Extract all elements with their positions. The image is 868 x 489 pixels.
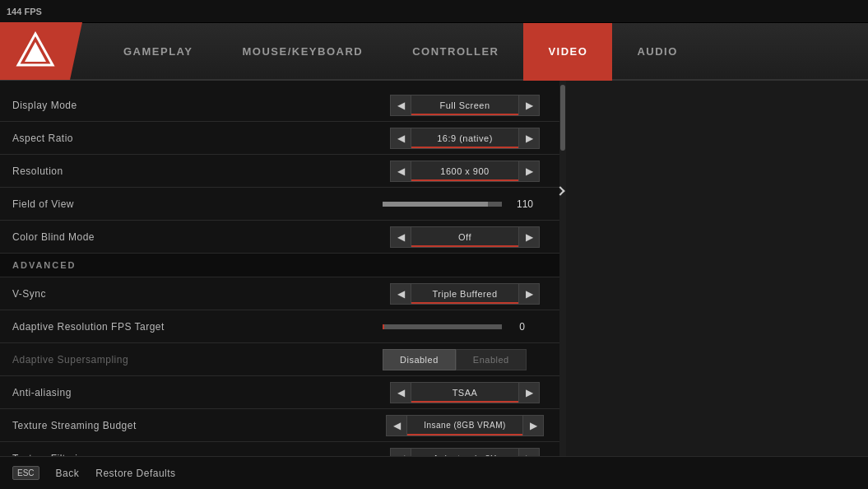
advanced-section-header: ADVANCED [0, 254, 559, 277]
logo-area [0, 22, 82, 80]
control-resolution: ◀ 1600 x 900 ▶ [383, 161, 547, 182]
control-colorblind: ◀ Off ▶ [383, 226, 547, 248]
right-panel [566, 81, 868, 456]
control-display-mode: ◀ Full Screen ▶ [383, 95, 547, 116]
antialiasing-right[interactable]: ▶ [518, 382, 540, 403]
colorblind-left[interactable]: ◀ [390, 226, 411, 248]
control-antialiasing: ◀ TSAA ▶ [383, 382, 547, 403]
tab-audio[interactable]: AUDIO [612, 23, 702, 79]
back-button[interactable]: Back [56, 468, 80, 479]
fov-slider-fill [383, 202, 488, 207]
fps-counter: 144 FPS [7, 7, 42, 16]
setting-row-vsync: V-Sync ◀ Triple Buffered ▶ [0, 277, 559, 310]
label-adaptive-super: Adaptive Supersampling [12, 354, 383, 366]
vsync-right[interactable]: ▶ [518, 283, 540, 305]
label-display-mode: Display Mode [12, 100, 383, 111]
label-colorblind: Color Blind Mode [12, 231, 383, 243]
label-antialiasing: Anti-aliasing [12, 387, 383, 398]
antialiasing-left[interactable]: ◀ [390, 382, 411, 403]
label-texture-filter: Texture Filtering [12, 453, 383, 457]
texture-filter-left[interactable]: ◀ [390, 448, 411, 457]
setting-row-display-mode: Display Mode ◀ Full Screen ▶ [0, 89, 559, 122]
adaptive-res-value: 0 [508, 321, 525, 333]
label-texture-budget: Texture Streaming Budget [12, 420, 383, 431]
texture-filter-value: Anisotropic 8X [411, 448, 518, 457]
main-content: Display Mode ◀ Full Screen ▶ Aspect Rati… [0, 81, 868, 456]
label-aspect-ratio: Aspect Ratio [12, 133, 383, 144]
label-resolution: Resolution [12, 165, 383, 177]
setting-row-texture-filter: Texture Filtering ◀ Anisotropic 8X ▶ [0, 442, 559, 456]
label-fov: Field of View [12, 198, 383, 210]
adaptive-res-fill [383, 324, 384, 329]
setting-row-fov: Field of View 110 [0, 188, 559, 221]
fov-control: 110 [383, 198, 547, 210]
setting-row-adaptive-res: Adaptive Resolution FPS Target 0 [0, 310, 559, 343]
settings-panel: Display Mode ◀ Full Screen ▶ Aspect Rati… [0, 81, 559, 456]
display-mode-left[interactable]: ◀ [390, 95, 411, 116]
tab-video[interactable]: VIDEO [523, 23, 612, 79]
vsync-value: Triple Buffered [411, 283, 518, 305]
texture-budget-value: Insane (8GB VRAM) [407, 415, 522, 436]
control-vsync: ◀ Triple Buffered ▶ [383, 283, 547, 305]
aspect-ratio-right[interactable]: ▶ [518, 128, 540, 149]
scrollbar[interactable] [559, 81, 566, 456]
resolution-value: 1600 x 900 [411, 161, 518, 182]
top-bar: 144 FPS [0, 0, 868, 23]
adaptive-super-enabled[interactable]: Enabled [456, 349, 527, 370]
antialiasing-value: TSAA [411, 382, 518, 403]
bottom-bar: ESC Back Restore Defaults [0, 456, 868, 489]
adaptive-super-control: Disabled Enabled [383, 349, 547, 370]
setting-row-aspect-ratio: Aspect Ratio ◀ 16:9 (native) ▶ [0, 122, 559, 155]
adaptive-res-control: 0 [383, 321, 547, 333]
control-texture-filter: ◀ Anisotropic 8X ▶ [383, 448, 547, 457]
tab-mouse-keyboard[interactable]: MOUSE/KEYBOARD [217, 23, 388, 79]
fov-slider-track[interactable] [383, 202, 502, 207]
setting-row-adaptive-super: Adaptive Supersampling Disabled Enabled [0, 343, 559, 376]
adaptive-super-disabled[interactable]: Disabled [383, 349, 456, 370]
aspect-ratio-left[interactable]: ◀ [390, 128, 411, 149]
resolution-right[interactable]: ▶ [518, 161, 540, 182]
scrollbar-thumb [560, 85, 565, 151]
adaptive-res-slider[interactable] [383, 324, 502, 329]
apex-logo [15, 30, 56, 72]
colorblind-value: Off [411, 226, 518, 248]
setting-row-colorblind: Color Blind Mode ◀ Off ▶ [0, 221, 559, 254]
control-texture-budget: ◀ Insane (8GB VRAM) ▶ [383, 415, 547, 436]
header: GAMEPLAY MOUSE/KEYBOARD CONTROLLER VIDEO… [0, 23, 868, 81]
setting-row-resolution: Resolution ◀ 1600 x 900 ▶ [0, 155, 559, 188]
tab-controller[interactable]: CONTROLLER [388, 23, 523, 79]
resolution-left[interactable]: ◀ [390, 161, 411, 182]
label-vsync: V-Sync [12, 288, 383, 300]
colorblind-right[interactable]: ▶ [518, 226, 540, 248]
vsync-left[interactable]: ◀ [390, 283, 411, 305]
fov-value: 110 [508, 198, 533, 210]
aspect-ratio-value: 16:9 (native) [411, 128, 518, 149]
setting-row-antialiasing: Anti-aliasing ◀ TSAA ▶ [0, 376, 559, 409]
display-mode-value: Full Screen [411, 95, 518, 116]
tab-gameplay[interactable]: GAMEPLAY [99, 23, 217, 79]
restore-defaults-button[interactable]: Restore Defaults [95, 468, 175, 479]
setting-row-texture-budget: Texture Streaming Budget ◀ Insane (8GB V… [0, 409, 559, 442]
display-mode-right[interactable]: ▶ [518, 95, 540, 116]
nav-tabs: GAMEPLAY MOUSE/KEYBOARD CONTROLLER VIDEO… [99, 23, 703, 79]
texture-budget-left[interactable]: ◀ [386, 415, 407, 436]
label-adaptive-res: Adaptive Resolution FPS Target [12, 321, 383, 333]
texture-filter-right[interactable]: ▶ [518, 448, 540, 457]
control-aspect-ratio: ◀ 16:9 (native) ▶ [383, 128, 547, 149]
esc-key: ESC [12, 466, 39, 480]
texture-budget-right[interactable]: ▶ [522, 415, 544, 436]
